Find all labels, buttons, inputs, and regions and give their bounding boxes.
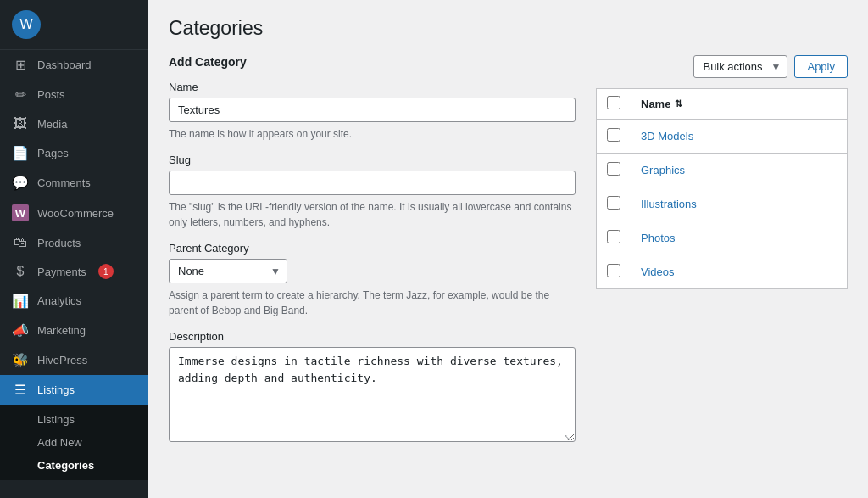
row-checkbox[interactable] bbox=[607, 196, 620, 210]
table-row: Videos bbox=[597, 255, 848, 289]
comments-icon: 💬 bbox=[12, 175, 29, 191]
parent-hint: Assign a parent term to create a hierarc… bbox=[169, 288, 576, 318]
slug-field-group: Slug The "slug" is the URL-friendly vers… bbox=[169, 154, 576, 230]
payments-icon: $ bbox=[12, 264, 29, 279]
dashboard-icon: ⊞ bbox=[12, 57, 29, 73]
slug-hint: The "slug" is the URL-friendly version o… bbox=[169, 199, 576, 230]
sidebar-item-products[interactable]: 🛍 Products bbox=[0, 228, 148, 257]
listings-icon: ☰ bbox=[12, 382, 29, 398]
sidebar-item-label: Pages bbox=[37, 147, 69, 159]
add-category-form: Add Category Name The name is how it app… bbox=[169, 55, 576, 456]
sidebar-item-pages[interactable]: 📄 Pages bbox=[0, 138, 148, 168]
woocommerce-icon: W bbox=[12, 204, 29, 221]
sidebar-item-analytics[interactable]: 📊 Analytics bbox=[0, 286, 148, 316]
category-name-link[interactable]: 3D Models bbox=[641, 130, 693, 143]
list-toolbar: Bulk actions ▼ Apply bbox=[596, 55, 848, 78]
form-section-title: Add Category bbox=[169, 55, 576, 69]
parent-field-group: Parent Category None ▼ Assign a parent t… bbox=[169, 242, 576, 318]
bulk-actions-wrap: Bulk actions ▼ bbox=[693, 55, 787, 78]
category-name-link[interactable]: Photos bbox=[641, 232, 675, 244]
sidebar-item-label: Media bbox=[37, 118, 67, 131]
slug-input[interactable] bbox=[169, 171, 576, 195]
parent-select-wrap: None ▼ bbox=[169, 259, 287, 283]
media-icon: 🖼 bbox=[12, 116, 29, 131]
sidebar-item-posts[interactable]: ✏ Posts bbox=[0, 80, 148, 109]
payments-badge: 1 bbox=[98, 264, 114, 279]
sidebar-item-listings[interactable]: ☰ Listings bbox=[0, 375, 148, 405]
content-layout: Add Category Name The name is how it app… bbox=[169, 55, 848, 456]
categories-list-panel: Bulk actions ▼ Apply Name bbox=[596, 55, 848, 456]
sidebar-item-label: HivePress bbox=[37, 354, 87, 367]
category-name-link[interactable]: Illustrations bbox=[641, 198, 697, 210]
categories-table: Name ⇅ 3D Models Graphics bbox=[596, 88, 848, 289]
sidebar-item-label: Comments bbox=[37, 176, 91, 189]
table-row: Photos bbox=[597, 221, 848, 255]
description-textarea[interactable]: Immerse designs in tactile richness with… bbox=[169, 347, 576, 442]
page-title: Categories bbox=[169, 17, 848, 40]
sidebar-item-woocommerce[interactable]: W WooCommerce bbox=[0, 198, 148, 228]
sidebar-sub-item-add-new[interactable]: Add New bbox=[0, 431, 148, 454]
sidebar-item-media[interactable]: 🖼 Media bbox=[0, 109, 148, 138]
select-all-checkbox[interactable] bbox=[607, 96, 620, 109]
sidebar-item-label: Dashboard bbox=[37, 59, 92, 71]
sidebar-item-label: Payments bbox=[37, 266, 86, 278]
wp-logo-icon: W bbox=[12, 10, 41, 39]
sidebar-item-payments[interactable]: $ Payments 1 bbox=[0, 257, 148, 286]
category-name-link[interactable]: Graphics bbox=[641, 164, 685, 176]
name-input[interactable] bbox=[169, 98, 576, 122]
bulk-actions-select[interactable]: Bulk actions bbox=[693, 55, 787, 78]
sidebar-item-hivepress[interactable]: 🐝 HivePress bbox=[0, 345, 148, 375]
sidebar-item-label: Products bbox=[37, 237, 81, 249]
main-content: Categories Add Category Name The name is… bbox=[148, 0, 868, 498]
name-field-group: Name The name is how it appears on your … bbox=[169, 81, 576, 142]
table-row: Graphics bbox=[597, 154, 848, 187]
sidebar-item-label: Marketing bbox=[37, 324, 86, 337]
sidebar-sub-item-categories[interactable]: Categories bbox=[0, 454, 148, 477]
sidebar-item-label: Listings bbox=[37, 383, 75, 396]
sidebar-item-comments[interactable]: 💬 Comments bbox=[0, 168, 148, 198]
table-row: Illustrations bbox=[597, 187, 848, 221]
row-checkbox[interactable] bbox=[607, 162, 620, 176]
marketing-icon: 📣 bbox=[12, 322, 29, 339]
name-hint: The name is how it appears on your site. bbox=[169, 126, 576, 142]
category-name-link[interactable]: Videos bbox=[641, 266, 675, 278]
products-icon: 🛍 bbox=[12, 235, 29, 250]
description-textarea-wrapper: Immerse designs in tactile richness with… bbox=[169, 347, 576, 445]
sort-icon: ⇅ bbox=[675, 98, 682, 109]
pages-icon: 📄 bbox=[12, 145, 29, 161]
row-checkbox[interactable] bbox=[607, 230, 620, 243]
hivepress-icon: 🐝 bbox=[12, 352, 29, 368]
sidebar-item-marketing[interactable]: 📣 Marketing bbox=[0, 316, 148, 345]
row-checkbox[interactable] bbox=[607, 264, 620, 277]
sidebar: W ⊞ Dashboard ✏ Posts 🖼 Media 📄 Pages 💬 … bbox=[0, 0, 148, 498]
sidebar-item-dashboard[interactable]: ⊞ Dashboard bbox=[0, 50, 148, 80]
sidebar-item-label: Analytics bbox=[37, 294, 81, 307]
name-label: Name bbox=[169, 81, 576, 93]
row-checkbox[interactable] bbox=[607, 128, 620, 142]
parent-label: Parent Category bbox=[169, 242, 576, 255]
slug-label: Slug bbox=[169, 154, 576, 166]
sidebar-submenu-listings: Listings Add New Categories bbox=[0, 405, 148, 480]
posts-icon: ✏ bbox=[12, 87, 29, 103]
description-field-group: Description Immerse designs in tactile r… bbox=[169, 330, 576, 445]
analytics-icon: 📊 bbox=[12, 293, 29, 309]
name-column-header: Name bbox=[641, 98, 670, 110]
sidebar-item-label: Posts bbox=[37, 88, 65, 101]
sidebar-logo: W bbox=[0, 0, 148, 50]
sidebar-item-label: WooCommerce bbox=[37, 207, 114, 220]
sidebar-sub-item-listings[interactable]: Listings bbox=[0, 408, 148, 431]
parent-select[interactable]: None bbox=[169, 259, 287, 283]
table-row: 3D Models bbox=[597, 120, 848, 154]
description-label: Description bbox=[169, 330, 576, 343]
resize-handle-icon: ⤡ bbox=[564, 433, 574, 443]
apply-button[interactable]: Apply bbox=[794, 55, 848, 78]
